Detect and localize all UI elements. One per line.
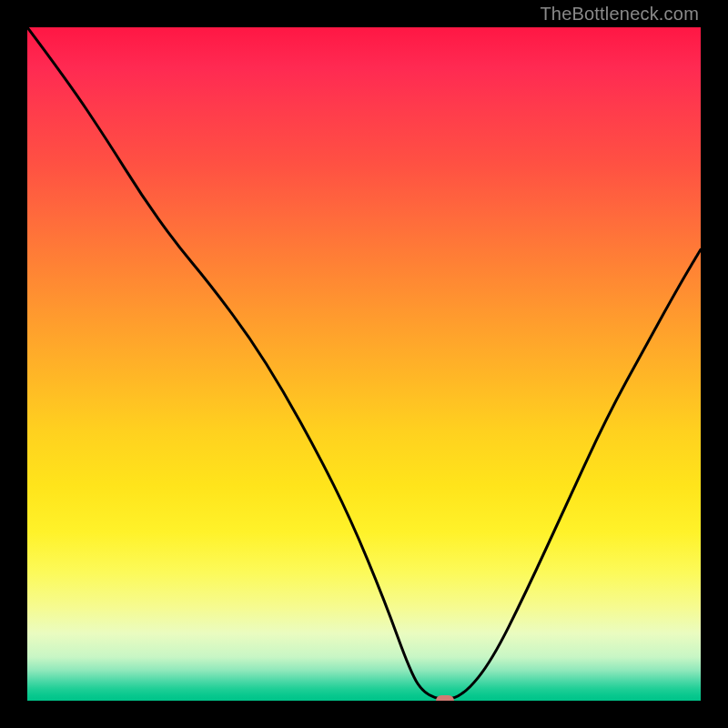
chart-frame: TheBottleneck.com: [0, 0, 728, 728]
plot-area: [27, 27, 701, 701]
optimal-marker: [436, 695, 454, 701]
watermark-text: TheBottleneck.com: [540, 4, 699, 25]
bottleneck-curve: [27, 27, 701, 699]
curve-layer: [27, 27, 701, 701]
